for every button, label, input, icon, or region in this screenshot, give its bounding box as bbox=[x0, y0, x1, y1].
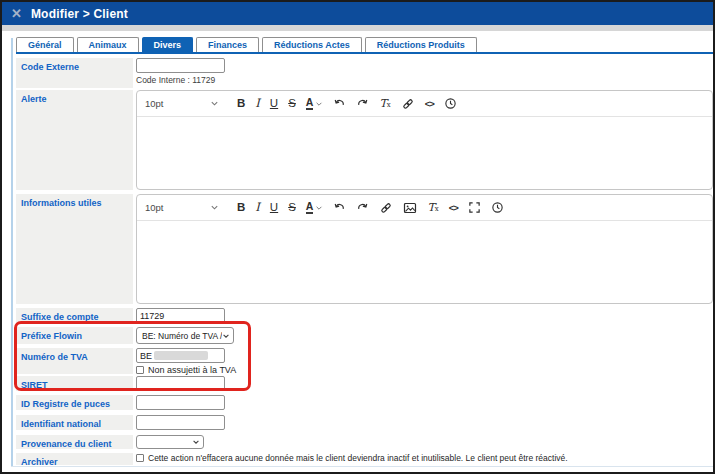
client-divers-form: Code Externe Code Interne : 11729 Alerte… bbox=[16, 58, 713, 465]
panel-bottom-border bbox=[11, 466, 713, 467]
image-icon[interactable] bbox=[403, 201, 417, 215]
tab-reductions-actes[interactable]: Réductions Actes bbox=[262, 37, 362, 52]
page-title: Modifier > Client bbox=[31, 7, 128, 21]
alerte-richtext-editor: 10pt B I U S A Tx bbox=[136, 90, 713, 190]
archiver-checkbox[interactable] bbox=[136, 454, 144, 462]
field-label: Alerte bbox=[16, 90, 133, 190]
clock-icon[interactable] bbox=[444, 97, 457, 110]
clock-icon[interactable] bbox=[491, 201, 504, 214]
title-bar: ✕ Modifier > Client bbox=[2, 2, 713, 25]
redo-icon[interactable] bbox=[356, 97, 369, 110]
undo-icon[interactable] bbox=[333, 201, 346, 214]
italic-button[interactable]: I bbox=[255, 98, 260, 110]
field-row-code-externe: Code Externe Code Interne : 11729 bbox=[16, 58, 713, 88]
field-row-suffixe-de-compte: Suffixe de compte 11729 bbox=[16, 308, 713, 323]
field-label: ID Registre de puces bbox=[16, 395, 133, 410]
link-icon[interactable] bbox=[401, 97, 415, 111]
alerte-editor-toolbar: 10pt B I U S A Tx bbox=[137, 91, 712, 117]
fullscreen-icon[interactable] bbox=[468, 201, 481, 214]
panel-left-border bbox=[11, 38, 13, 466]
non-assujetti-tva-checkbox[interactable] bbox=[136, 366, 144, 374]
siret-input[interactable] bbox=[136, 376, 225, 391]
bold-button[interactable]: B bbox=[237, 202, 245, 214]
field-row-numero-de-tva: Numéro de TVA BE Non assujetti à la TVA bbox=[16, 348, 713, 374]
undo-icon[interactable] bbox=[333, 97, 346, 110]
informations-editor-toolbar: 10pt B I U S A bbox=[137, 195, 712, 221]
suffixe-de-compte-input[interactable]: 11729 bbox=[136, 308, 225, 323]
field-label: Provenance du client bbox=[16, 435, 133, 449]
field-row-identifiant-national: Identifiant national bbox=[16, 415, 713, 430]
informations-utiles-richtext-editor: 10pt B I U S A bbox=[136, 194, 713, 304]
field-row-siret: SIRET bbox=[16, 376, 713, 391]
numero-de-tva-input[interactable]: BE bbox=[136, 348, 225, 363]
strikethrough-button[interactable]: S bbox=[288, 98, 296, 110]
tab-divers[interactable]: Divers bbox=[142, 37, 194, 52]
strikethrough-button[interactable]: S bbox=[288, 202, 296, 214]
chevron-down-icon bbox=[315, 100, 323, 108]
font-size-select[interactable]: 10pt bbox=[145, 98, 219, 109]
informations-editor-content[interactable] bbox=[137, 221, 712, 303]
field-row-id-registre-de-puces: ID Registre de puces bbox=[16, 395, 713, 410]
redo-icon[interactable] bbox=[356, 201, 369, 214]
clear-formatting-button[interactable]: Tx bbox=[379, 98, 390, 109]
code-view-button[interactable]: <> bbox=[449, 203, 458, 213]
field-label: Numéro de TVA bbox=[16, 348, 133, 374]
field-label: Code Externe bbox=[16, 58, 133, 88]
chevron-down-icon bbox=[210, 99, 219, 108]
chevron-down-icon bbox=[210, 203, 219, 212]
field-label: Archiver bbox=[16, 453, 133, 465]
italic-button[interactable]: I bbox=[255, 202, 260, 214]
tab-finances[interactable]: Finances bbox=[196, 37, 259, 52]
field-label: Préfixe Flowin bbox=[16, 327, 133, 344]
id-registre-de-puces-input[interactable] bbox=[136, 395, 225, 410]
field-row-informations-utiles: Informations utiles 10pt B I U S A bbox=[16, 194, 713, 304]
text-color-button[interactable]: A bbox=[306, 97, 324, 110]
tab-reductions-produits[interactable]: Réductions Produits bbox=[365, 37, 477, 52]
field-row-provenance-du-client: Provenance du client bbox=[16, 435, 713, 449]
tab-general[interactable]: Général bbox=[16, 37, 74, 52]
identifiant-national-input[interactable] bbox=[136, 415, 225, 430]
tab-bar: Général Animaux Divers Finances Réductio… bbox=[16, 37, 713, 54]
prefixe-flowin-select[interactable]: BE: Numéro de TVA / btw-n bbox=[136, 327, 234, 344]
provenance-du-client-select[interactable] bbox=[136, 435, 204, 449]
field-row-alerte: Alerte 10pt B I U S A bbox=[16, 90, 713, 190]
code-view-button[interactable]: <> bbox=[425, 99, 434, 109]
checkbox-label: Non assujetti à la TVA bbox=[148, 365, 236, 375]
field-label: Identifiant national bbox=[16, 415, 133, 430]
field-row-prefixe-flowin: Préfixe Flowin BE: Numéro de TVA / btw-n bbox=[16, 327, 713, 344]
chevron-down-icon bbox=[192, 438, 200, 446]
font-size-select[interactable]: 10pt bbox=[145, 202, 219, 213]
alerte-editor-content[interactable] bbox=[137, 117, 712, 189]
header-divider bbox=[2, 25, 713, 31]
clear-formatting-button[interactable]: Tx bbox=[427, 202, 438, 213]
modifier-client-window: ✕ Modifier > Client Général Animaux Dive… bbox=[0, 0, 715, 474]
code-externe-input[interactable] bbox=[136, 58, 225, 73]
link-icon[interactable] bbox=[379, 201, 393, 215]
field-label: Suffixe de compte bbox=[16, 308, 133, 323]
field-label: Informations utiles bbox=[16, 194, 133, 304]
field-label: SIRET bbox=[16, 376, 133, 391]
archiver-description: Cette action n'effacera aucune donnée ma… bbox=[148, 453, 568, 463]
tab-animaux[interactable]: Animaux bbox=[77, 37, 139, 52]
redacted-value bbox=[154, 351, 208, 360]
bold-button[interactable]: B bbox=[237, 98, 245, 110]
underline-button[interactable]: U bbox=[270, 98, 278, 110]
field-row-archiver: Archiver Cette action n'effacera aucune … bbox=[16, 453, 713, 465]
underline-button[interactable]: U bbox=[270, 202, 278, 214]
chevron-down-icon bbox=[222, 332, 230, 340]
text-color-button[interactable]: A bbox=[306, 201, 324, 214]
code-interne-helper: Code Interne : 11729 bbox=[136, 75, 713, 85]
chevron-down-icon bbox=[315, 204, 323, 212]
close-icon[interactable]: ✕ bbox=[11, 7, 22, 20]
